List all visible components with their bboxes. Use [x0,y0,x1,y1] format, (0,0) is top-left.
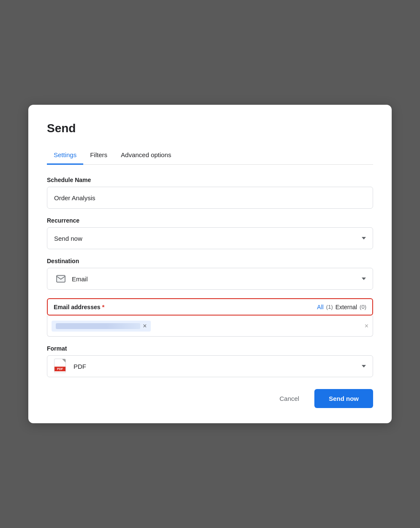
filter-all[interactable]: All [317,304,324,310]
recurrence-group: Recurrence Send now [47,217,373,249]
empty-tag-slot: × [365,323,368,329]
email-tag-close-icon[interactable]: × [143,323,147,329]
send-dialog: Send Settings Filters Advanced options S… [28,105,392,423]
email-tag: × [52,321,151,332]
email-filter-group: All (1) External (0) [317,304,366,310]
format-select[interactable]: PDF PDF [47,355,373,377]
required-star: * [102,303,105,310]
destination-label: Destination [47,258,373,264]
recurrence-label: Recurrence [47,217,373,224]
tabs-bar: Settings Filters Advanced options [47,147,373,165]
tab-settings[interactable]: Settings [47,147,83,165]
recurrence-value: Send now [54,235,82,242]
email-tag-text [56,323,140,329]
email-tags-row: × × [47,316,373,337]
svg-rect-0 [57,275,65,282]
format-group: Format PDF PDF [47,345,373,377]
email-addresses-group: Email addresses * All (1) External (0) ×… [47,298,373,337]
cancel-button[interactable]: Cancel [271,391,308,406]
dialog-title: Send [47,122,373,135]
format-chevron-icon [362,365,366,367]
format-value: PDF [74,363,86,370]
send-now-button[interactable]: Send now [314,389,373,408]
tab-filters[interactable]: Filters [83,147,114,165]
format-label: Format [47,345,373,352]
tab-advanced[interactable]: Advanced options [114,147,178,165]
dialog-footer: Cancel Send now [47,389,373,408]
destination-group: Destination Email [47,258,373,290]
destination-select[interactable]: Email [47,268,373,290]
empty-tag-close-icon: × [365,323,368,329]
email-icon [54,273,68,284]
filter-external-count: (0) [360,304,366,310]
schedule-name-group: Schedule Name [47,177,373,209]
email-addresses-header: Email addresses * All (1) External (0) [47,298,373,316]
filter-all-count: (1) [326,304,333,310]
pdf-icon: PDF [54,359,67,374]
destination-chevron-icon [362,278,366,280]
recurrence-chevron-icon [362,237,366,240]
schedule-name-input[interactable] [47,187,373,209]
recurrence-select[interactable]: Send now [47,227,373,249]
filter-external[interactable]: External [335,304,357,310]
schedule-name-label: Schedule Name [47,177,373,183]
email-addresses-label-text: Email addresses [54,304,101,310]
destination-value: Email [72,275,88,283]
